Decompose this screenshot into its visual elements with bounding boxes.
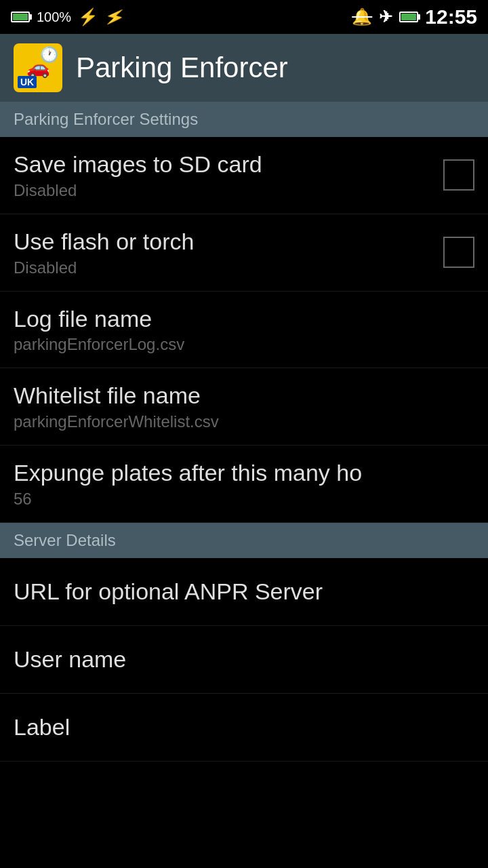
app-title: Parking Enforcer [76,52,288,84]
logo-clock-icon: 🕐 [40,46,58,64]
setting-expunge-plates-content: Expunge plates after this many ho 56 [14,459,474,509]
logo-uk-label: UK [18,76,37,88]
setting-whitelist-file-name[interactable]: Whitelist file name parkingEnforcerWhite… [0,368,488,446]
setting-label[interactable]: Label [0,694,488,762]
status-bar-left: 100% ⚡ ⚡ [11,7,125,26]
setting-save-images-title: Save images to SD card [14,151,430,178]
status-bar-right: 🔔 ✈ 12:55 [352,5,477,28]
app-logo: 🚗 UK 🕐 [14,43,62,92]
setting-label-content: Label [14,713,474,741]
setting-anpr-url-content: URL for optional ANPR Server [14,578,474,606]
setting-use-flash-subtitle: Disabled [14,258,430,277]
setting-whitelist-file-name-content: Whitelist file name parkingEnforcerWhite… [14,382,474,431]
airplane-icon: ✈ [379,7,392,26]
setting-anpr-url[interactable]: URL for optional ANPR Server [0,558,488,626]
battery-icon [11,12,30,22]
section-parking-enforcer-settings: Parking Enforcer Settings [0,102,488,137]
setting-use-flash-checkbox[interactable] [443,237,474,268]
setting-log-file-name-subtitle: parkingEnforcerLog.csv [14,335,474,354]
setting-save-images[interactable]: Save images to SD card Disabled [0,137,488,214]
setting-log-file-name[interactable]: Log file name parkingEnforcerLog.csv [0,292,488,369]
flash-icon: ⚡ [103,5,127,29]
setting-save-images-subtitle: Disabled [14,181,430,200]
setting-save-images-content: Save images to SD card Disabled [14,151,430,200]
status-time: 12:55 [425,5,477,28]
setting-anpr-url-title: URL for optional ANPR Server [14,578,474,606]
setting-whitelist-file-name-subtitle: parkingEnforcerWhitelist.csv [14,412,474,431]
setting-whitelist-file-name-title: Whitelist file name [14,382,474,410]
setting-use-flash-title: Use flash or torch [14,228,430,256]
battery-percentage: 100% [37,9,71,25]
setting-expunge-plates-title: Expunge plates after this many ho [14,459,434,487]
setting-log-file-name-content: Log file name parkingEnforcerLog.csv [14,305,474,355]
app-bar: 🚗 UK 🕐 Parking Enforcer [0,34,488,102]
setting-user-name-content: User name [14,646,474,673]
status-bar: 100% ⚡ ⚡ 🔔 ✈ 12:55 [0,0,488,34]
setting-log-file-name-title: Log file name [14,305,474,333]
setting-user-name[interactable]: User name [0,626,488,694]
usb-icon: ⚡ [78,7,98,26]
setting-save-images-checkbox[interactable] [443,159,474,191]
section-server-details: Server Details [0,523,488,558]
setting-expunge-plates-subtitle: 56 [14,490,474,509]
battery-icon-right [399,12,418,22]
setting-label-title: Label [14,713,474,741]
mute-icon: 🔔 [352,7,372,26]
setting-use-flash-content: Use flash or torch Disabled [14,228,430,277]
setting-expunge-plates[interactable]: Expunge plates after this many ho 56 [0,446,488,523]
setting-user-name-title: User name [14,646,474,673]
setting-use-flash[interactable]: Use flash or torch Disabled [0,214,488,292]
